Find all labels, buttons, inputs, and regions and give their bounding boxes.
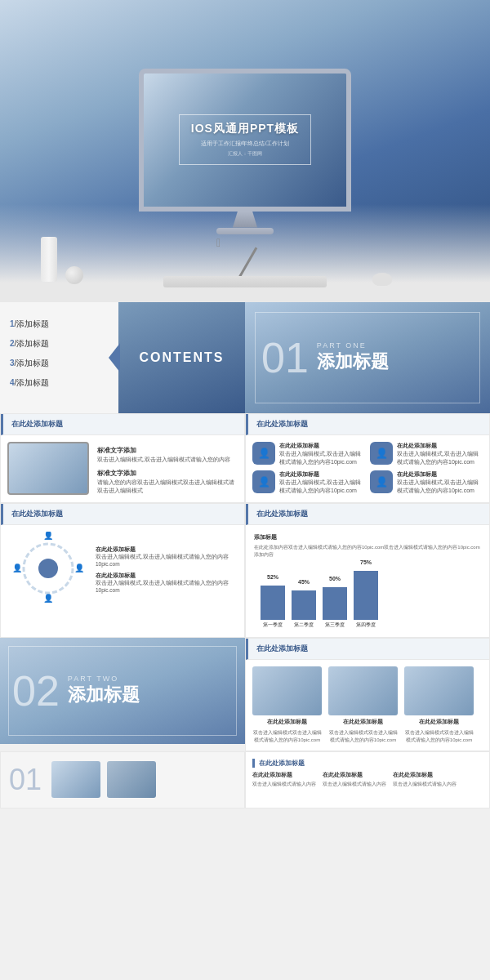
part-one-slide: 01 PART ONE 添加标题	[245, 302, 490, 413]
contents-row: 1/添加标题 2/添加标题 3/添加标题 4/添加标题 CONTENTS 01 …	[0, 302, 490, 413]
monitor-screen: IOS风通用PPT模板 适用于工作汇报/年终总结/工作计划 汇报人：千图网	[144, 74, 346, 207]
laptop-text2: 请输入您的内容双击进入编辑模式双击进入编辑模式请双击进入编辑模式	[97, 479, 234, 494]
svg-text:👤: 👤	[12, 563, 23, 573]
thumb-text-2: 双击进入编辑模式双击进入编辑模式请输入您的内容10pic.com	[328, 729, 398, 744]
keyboard	[163, 276, 327, 287]
panel-f-item-3: 在此处添加标题 双击进入编辑模式请输入内容	[393, 772, 457, 788]
icon-text-4: 在此处添加标题 双击进入编辑模式,双击进入编辑模式请输入您的内容10pic.co…	[397, 470, 483, 494]
mouse	[372, 273, 392, 286]
thumb-item-3: 在此处添加标题 双击进入编辑模式双击进入编辑模式请输入您的内容10pic.com	[404, 666, 474, 744]
bar-2-val: 45%	[298, 579, 310, 585]
hero-subtitle: 适用于工作汇报/年终总结/工作计划	[191, 140, 299, 148]
icon-text-1: 在此处添加标题 双击进入编辑模式,双击进入编辑模式请输入您的内容10pic.co…	[279, 442, 365, 466]
bottom-thumb-1	[51, 761, 100, 798]
toc-item-3: 3/添加标题	[10, 358, 109, 369]
cycle-text: 在此处添加标题 双击进入编辑模式,双击进入编辑模式请输入您的内容10pic.co…	[96, 542, 238, 595]
row-part2-e: 02 PART TWO 添加标题 在此处添加标题 在此处添加标题 双击进入编辑模…	[0, 638, 490, 751]
laptop-text1-label: 标准文字添加	[97, 446, 238, 456]
monitor-border: IOS风通用PPT模板 适用于工作汇报/年终总结/工作计划 汇报人：千图网	[179, 114, 311, 165]
panel-f-title-1: 在此处添加标题	[252, 772, 316, 779]
panel-b-header: 在此处添加标题	[246, 414, 489, 435]
part2-border	[8, 646, 237, 736]
svg-text:👤: 👤	[74, 563, 85, 573]
person-icon-2: 👤	[370, 442, 393, 465]
bottom-left: 01	[0, 751, 245, 808]
bar-1-val: 52%	[267, 574, 278, 580]
panel-a-header: 在此处添加标题	[1, 414, 244, 435]
person-icon-4: 👤	[370, 470, 393, 493]
icon-item-1: 👤 在此处添加标题 双击进入编辑模式,双击进入编辑模式请输入您的内容10pic.…	[252, 442, 365, 466]
contents-label: CONTENTS	[140, 350, 225, 365]
icon-item-4: 👤 在此处添加标题 双击进入编辑模式,双击进入编辑模式请输入您的内容10pic.…	[370, 470, 483, 494]
contents-arrow-icon	[109, 343, 120, 372]
bar-2: 45%	[292, 590, 316, 620]
svg-text:👤: 👤	[43, 593, 54, 604]
panel-c-body: 👤 👤 👤 👤 在此处添加标题 双击进入编辑模式,双击进入编辑模式请输入您的内容…	[1, 525, 244, 612]
bar-3-label: 第三季度	[325, 621, 345, 629]
bottom-left-items	[51, 761, 156, 798]
svg-text:👤: 👤	[43, 532, 54, 541]
bottom-thumb-2	[107, 761, 156, 798]
bottom-row: 01 在此处添加标题 在此处添加标题 双击进入编辑模式请输入内容 在此处添加标题…	[0, 751, 490, 808]
bar-group-2: 45% 第二季度	[292, 590, 316, 629]
part-one-num: 01	[261, 336, 309, 379]
bar-4-label: 第四季度	[356, 621, 376, 629]
thumb-image-2	[328, 666, 398, 715]
thumb-title-2: 在此处添加标题	[343, 719, 383, 726]
bar-3-val: 50%	[329, 576, 341, 581]
bar-group-1: 52% 第一季度	[261, 586, 285, 629]
panel-f-item-1: 在此处添加标题 双击进入编辑模式请输入内容	[252, 772, 316, 788]
contents-mid: CONTENTS	[118, 302, 245, 413]
thumb-title-1: 在此处添加标题	[267, 719, 307, 726]
panel-b-icons: 👤 在此处添加标题 双击进入编辑模式,双击进入编辑模式请输入您的内容10pic.…	[246, 435, 489, 501]
bar-group-3: 50% 第三季度	[323, 587, 347, 629]
panel-f-text-3: 双击进入编辑模式请输入内容	[393, 781, 457, 788]
panel-d: 在此处添加标题 添加标题 在此处添加内容双击进入编辑模式请输入您的内容10pic…	[245, 503, 490, 638]
panel-c-header: 在此处添加标题	[1, 504, 244, 525]
panel-e-thumbs: 在此处添加标题 双击进入编辑模式双击进入编辑模式请输入您的内容10pic.com…	[246, 660, 489, 751]
thumb-item-2: 在此处添加标题 双击进入编辑模式双击进入编辑模式请输入您的内容10pic.com	[328, 666, 398, 744]
svg-point-5	[38, 559, 58, 578]
panel-d-header: 在此处添加标题	[246, 504, 489, 525]
panel-d-intro-text: 在此处添加内容双击进入编辑模式请输入您的内容10pic.com双击进入编辑模式请…	[254, 544, 481, 559]
panel-c: 在此处添加标题 👤 👤 👤 👤 在此处添加标题 双击进入编辑模式,双	[0, 503, 245, 638]
part-one-title: 添加标题	[317, 350, 389, 374]
icon-text-2: 在此处添加标题 双击进入编辑模式,双击进入编辑模式请输入您的内容10pic.co…	[397, 442, 483, 466]
bar-3: 50%	[323, 587, 347, 620]
panel-a-body: 标准文字添加 双击进入编辑模式,双击进入编辑模式请输入您的内容 标准文字添加 请…	[1, 435, 244, 502]
bar-4-val: 75%	[360, 559, 372, 565]
bar-2-label: 第二季度	[294, 621, 314, 629]
part-one-label: PART ONE	[317, 341, 389, 350]
deco-ball	[65, 266, 83, 284]
deco-cylinder	[41, 237, 57, 282]
hero-reporter: 汇报人：千图网	[191, 150, 299, 158]
icon-item-2: 👤 在此处添加标题 双击进入编辑模式,双击进入编辑模式请输入您的内容10pic.…	[370, 442, 483, 466]
panel-e-header: 在此处添加标题	[246, 639, 489, 660]
panel-d-body: 添加标题 在此处添加内容双击进入编辑模式请输入您的内容10pic.com双击进入…	[246, 525, 489, 637]
monitor-base: 	[216, 228, 274, 234]
laptop-text: 标准文字添加 双击进入编辑模式,双击进入编辑模式请输入您的内容 标准文字添加 请…	[97, 442, 238, 496]
hero-section: IOS风通用PPT模板 适用于工作汇报/年终总结/工作计划 汇报人：千图网 	[0, 0, 490, 302]
panel-f-text-2: 双击进入编辑模式请输入内容	[323, 781, 386, 788]
person-icon-1: 👤	[252, 442, 275, 465]
panel-f-item-2: 在此处添加标题 双击进入编辑模式请输入内容	[323, 772, 386, 788]
icon-text-3: 在此处添加标题 双击进入编辑模式,双击进入编辑模式请输入您的内容10pic.co…	[279, 470, 365, 494]
thumb-image-1	[252, 666, 322, 715]
panel-f-text-1: 双击进入编辑模式请输入内容	[252, 781, 316, 788]
hero-title: IOS风通用PPT模板	[191, 122, 299, 136]
thumb-text-1: 双击进入编辑模式双击进入编辑模式请输入您的内容10pic.com	[252, 729, 322, 744]
bar-1: 52%	[261, 586, 285, 620]
icon-item-3: 👤 在此处添加标题 双击进入编辑模式,双击进入编辑模式请输入您的内容10pic.…	[252, 470, 365, 494]
panel-f-header: 在此处添加标题	[252, 759, 483, 768]
toc-item-4: 4/添加标题	[10, 377, 109, 389]
panel-a: 在此处添加标题 标准文字添加 双击进入编辑模式,双击进入编辑模式请输入您的内容 …	[0, 413, 245, 503]
bar-chart: 52% 第一季度 45% 第二季度 50% 第三季度	[254, 564, 481, 629]
apple-logo-icon: 	[216, 236, 220, 249]
laptop-text2-label: 标准文字添加	[97, 469, 238, 479]
thumb-item-1: 在此处添加标题 双击进入编辑模式双击进入编辑模式请输入您的内容10pic.com	[252, 666, 322, 744]
part-two-slide: 02 PART TWO 添加标题	[0, 638, 245, 744]
cycle-diagram: 👤 👤 👤 👤	[7, 532, 89, 605]
row-ab: 在此处添加标题 标准文字添加 双击进入编辑模式,双击进入编辑模式请输入您的内容 …	[0, 413, 490, 503]
monitor-wrap: IOS风通用PPT模板 适用于工作汇报/年终总结/工作计划 汇报人：千图网 	[139, 69, 351, 234]
laptop-image	[7, 442, 89, 495]
